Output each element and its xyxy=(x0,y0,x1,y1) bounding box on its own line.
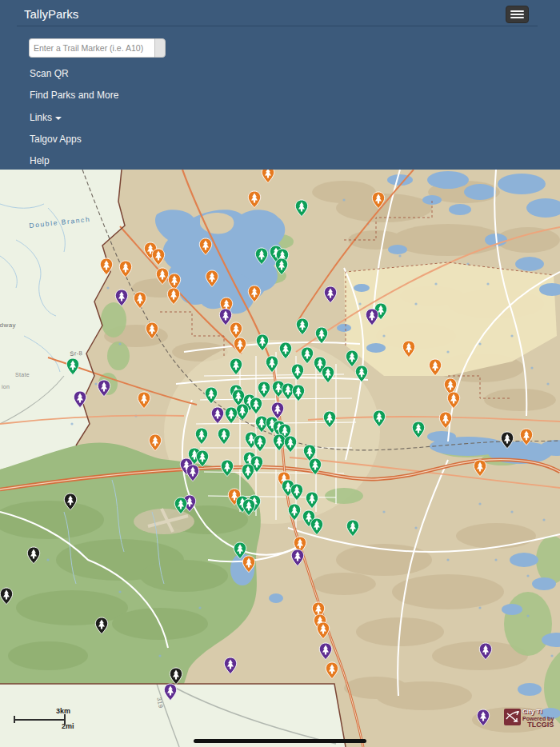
purple-tree-pin[interactable] xyxy=(319,643,331,660)
orange-tree-pin[interactable] xyxy=(230,322,242,339)
orange-tree-pin[interactable] xyxy=(248,191,260,208)
orange-tree-pin[interactable] xyxy=(156,268,168,285)
green-tree-pin[interactable] xyxy=(236,404,248,421)
purple-tree-pin[interactable] xyxy=(211,407,223,424)
green-tree-pin[interactable] xyxy=(234,542,246,559)
orange-tree-pin[interactable] xyxy=(138,392,150,409)
orange-tree-pin[interactable] xyxy=(520,429,532,445)
green-tree-pin[interactable] xyxy=(296,318,308,335)
purple-tree-pin[interactable] xyxy=(224,657,236,674)
green-tree-pin[interactable] xyxy=(279,342,291,359)
orange-tree-pin[interactable] xyxy=(146,322,158,339)
orange-tree-pin[interactable] xyxy=(439,412,451,429)
purple-tree-pin[interactable] xyxy=(164,684,176,701)
green-tree-pin[interactable] xyxy=(196,450,208,467)
green-tree-pin[interactable] xyxy=(412,421,424,438)
home-indicator[interactable] xyxy=(194,739,366,743)
green-tree-pin[interactable] xyxy=(346,520,358,537)
orange-tree-pin[interactable] xyxy=(100,258,112,275)
nav-item-links[interactable]: Links xyxy=(30,112,62,123)
orange-tree-pin[interactable] xyxy=(262,170,274,183)
trail-marker-submit-button[interactable] xyxy=(154,38,166,58)
orange-tree-pin[interactable] xyxy=(206,270,218,287)
orange-tree-pin[interactable] xyxy=(152,249,164,266)
green-tree-pin[interactable] xyxy=(292,385,304,401)
green-tree-pin[interactable] xyxy=(205,387,217,404)
orange-tree-pin[interactable] xyxy=(119,261,131,278)
purple-tree-pin[interactable] xyxy=(479,643,491,660)
orange-tree-pin[interactable] xyxy=(168,274,180,290)
purple-tree-pin[interactable] xyxy=(219,309,231,326)
purple-tree-pin[interactable] xyxy=(115,290,127,306)
orange-tree-pin[interactable] xyxy=(317,622,329,639)
nav-item-scan-qr[interactable]: Scan QR xyxy=(30,68,69,79)
purple-tree-pin[interactable] xyxy=(74,391,86,408)
green-tree-pin[interactable] xyxy=(290,484,302,501)
orange-tree-pin[interactable] xyxy=(134,292,146,309)
purple-tree-pin[interactable] xyxy=(324,286,336,303)
nav-item-talgov-apps[interactable]: Talgov Apps xyxy=(30,134,82,145)
green-tree-pin[interactable] xyxy=(66,358,78,375)
green-tree-pin[interactable] xyxy=(174,497,186,514)
green-tree-pin[interactable] xyxy=(315,327,327,344)
green-tree-pin[interactable] xyxy=(306,492,318,509)
black-tree-pin[interactable] xyxy=(27,547,39,564)
green-tree-pin[interactable] xyxy=(310,518,322,535)
map-canvas[interactable]: Double BranchMidwayStateionSr-8319 3km 2… xyxy=(0,170,560,747)
orange-tree-pin[interactable] xyxy=(248,286,260,302)
trail-marker-input[interactable] xyxy=(29,38,154,58)
orange-tree-pin[interactable] xyxy=(402,341,414,358)
green-tree-pin[interactable] xyxy=(250,397,262,414)
green-tree-pin[interactable] xyxy=(230,358,242,375)
brand-title[interactable]: TallyParks xyxy=(24,7,78,21)
black-tree-pin[interactable] xyxy=(0,588,12,605)
green-tree-pin[interactable] xyxy=(195,428,207,445)
purple-tree-pin[interactable] xyxy=(98,380,110,397)
black-tree-pin[interactable] xyxy=(95,617,107,634)
green-tree-pin[interactable] xyxy=(242,499,254,516)
hamburger-menu-button[interactable] xyxy=(506,6,529,23)
black-tree-pin[interactable] xyxy=(64,493,76,510)
green-tree-pin[interactable] xyxy=(284,436,296,453)
purple-tree-pin[interactable] xyxy=(186,465,198,481)
purple-tree-pin[interactable] xyxy=(271,402,283,419)
orange-tree-pin[interactable] xyxy=(372,192,384,209)
green-tree-pin[interactable] xyxy=(295,200,307,217)
green-tree-pin[interactable] xyxy=(232,389,244,406)
green-tree-pin[interactable] xyxy=(218,428,230,445)
green-tree-pin[interactable] xyxy=(288,504,300,521)
orange-tree-pin[interactable] xyxy=(234,338,246,354)
green-tree-pin[interactable] xyxy=(346,350,358,367)
orange-tree-pin[interactable] xyxy=(447,392,459,409)
green-tree-pin[interactable] xyxy=(225,407,237,424)
orange-tree-pin[interactable] xyxy=(429,359,441,376)
green-tree-pin[interactable] xyxy=(258,381,270,398)
green-tree-pin[interactable] xyxy=(242,464,254,481)
orange-tree-pin[interactable] xyxy=(167,288,179,305)
green-tree-pin[interactable] xyxy=(373,410,385,427)
green-tree-pin[interactable] xyxy=(355,366,367,382)
nav-item-find-parks[interactable]: Find Parks and More xyxy=(30,90,118,101)
green-tree-pin[interactable] xyxy=(301,347,313,364)
purple-tree-pin[interactable] xyxy=(366,309,378,326)
orange-tree-pin[interactable] xyxy=(149,434,161,451)
green-tree-pin[interactable] xyxy=(255,248,267,265)
black-tree-pin[interactable] xyxy=(501,432,513,449)
green-tree-pin[interactable] xyxy=(266,356,278,373)
green-tree-pin[interactable] xyxy=(275,258,287,275)
green-tree-pin[interactable] xyxy=(291,364,303,381)
green-tree-pin[interactable] xyxy=(309,458,321,475)
green-tree-pin[interactable] xyxy=(273,434,285,451)
orange-tree-pin[interactable] xyxy=(242,556,254,573)
orange-tree-pin[interactable] xyxy=(474,460,486,477)
purple-tree-pin[interactable] xyxy=(291,549,303,566)
green-tree-pin[interactable] xyxy=(256,334,268,351)
green-tree-pin[interactable] xyxy=(322,366,334,383)
green-tree-pin[interactable] xyxy=(221,460,233,477)
green-tree-pin[interactable] xyxy=(323,411,335,428)
green-tree-pin[interactable] xyxy=(254,435,266,452)
black-tree-pin[interactable] xyxy=(170,668,182,685)
nav-item-help[interactable]: Help xyxy=(30,155,50,166)
orange-tree-pin[interactable] xyxy=(326,662,338,679)
purple-tree-pin[interactable] xyxy=(477,709,489,726)
